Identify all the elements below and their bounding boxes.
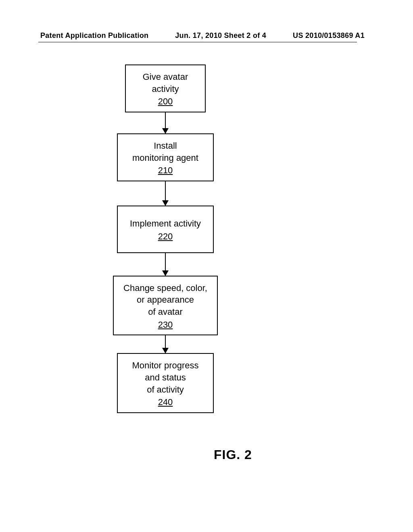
header-patent-number: US 2010/0153869 A1 bbox=[293, 31, 365, 40]
box-ref-number: 200 bbox=[158, 96, 173, 108]
box-text-line: Install bbox=[120, 140, 211, 152]
box-text-line: Monitor progress bbox=[120, 360, 211, 372]
box-ref-number: 210 bbox=[158, 164, 173, 177]
box-ref-number: 230 bbox=[158, 319, 173, 331]
arrow-down-icon bbox=[165, 181, 166, 206]
header-publication: Patent Application Publication bbox=[40, 31, 148, 40]
flow-box-change-avatar: Change speed, color, or appearance of av… bbox=[113, 276, 218, 336]
flow-box-monitor-progress: Monitor progress and status of activity … bbox=[117, 353, 214, 413]
box-text-line: Implement activity bbox=[120, 218, 211, 230]
box-text-line: activity bbox=[128, 83, 202, 95]
arrow-down-icon bbox=[165, 253, 166, 276]
arrow-down-icon bbox=[165, 112, 166, 133]
arrow-down-icon bbox=[165, 335, 166, 353]
flow-box-give-avatar-activity: Give avatar activity 200 bbox=[125, 64, 206, 112]
page-header: Patent Application Publication Jun. 17, … bbox=[0, 31, 413, 40]
header-rule bbox=[38, 42, 357, 42]
box-text-line: Change speed, color, bbox=[116, 282, 215, 294]
header-date-sheet: Jun. 17, 2010 Sheet 2 of 4 bbox=[175, 31, 266, 40]
box-text-line: and status bbox=[120, 372, 211, 384]
flowchart: Give avatar activity 200 Install monitor… bbox=[113, 64, 218, 413]
box-text-line: of activity bbox=[120, 384, 211, 396]
box-text-line: or appearance bbox=[116, 294, 215, 306]
box-text-line: Give avatar bbox=[128, 71, 202, 83]
box-ref-number: 220 bbox=[158, 231, 173, 243]
flow-box-install-monitoring-agent: Install monitoring agent 210 bbox=[117, 133, 214, 181]
box-ref-number: 240 bbox=[158, 396, 173, 408]
figure-label: FIG. 2 bbox=[214, 447, 252, 462]
box-text-line: monitoring agent bbox=[120, 152, 211, 164]
flow-box-implement-activity: Implement activity 220 bbox=[117, 206, 214, 253]
box-text-line: of avatar bbox=[116, 306, 215, 318]
